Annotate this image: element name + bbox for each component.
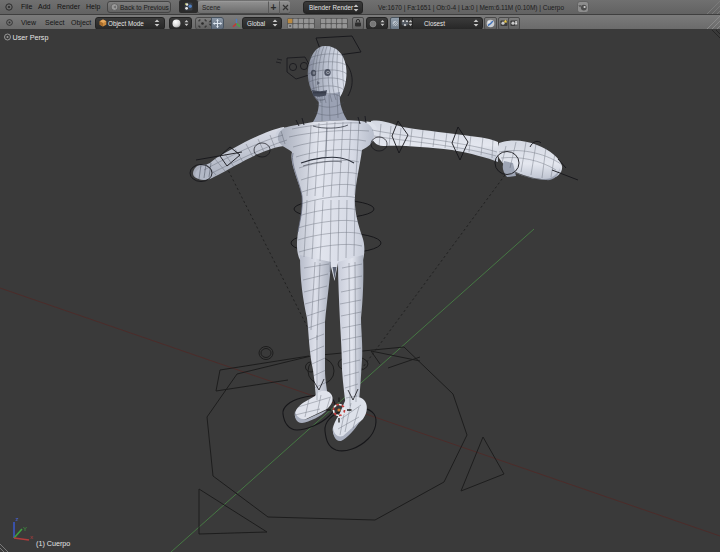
svg-text:User Persp: User Persp (13, 33, 49, 42)
svg-text:(1) Cuerpo: (1) Cuerpo (36, 539, 70, 548)
svg-text:x: x (30, 534, 33, 540)
svg-text:Y: Y (23, 526, 27, 532)
svg-text:z: z (16, 516, 19, 522)
